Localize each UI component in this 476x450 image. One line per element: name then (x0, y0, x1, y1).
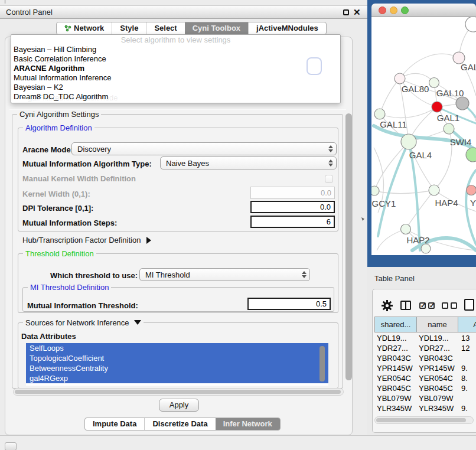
kernel-width-label: Kernel Width (0,1): (22, 190, 90, 198)
table-row[interactable]: YPR145WYPR145W9. (374, 363, 476, 373)
network-window-titlebar[interactable] (371, 4, 476, 17)
network-window[interactable]: GALGAL80GAL10GAL1GAL11SWI4GAL4GCY1HAP4YH… (371, 4, 476, 255)
attributes-list-scrollbar[interactable] (319, 346, 325, 381)
close-window-icon[interactable]: ✕ (353, 6, 361, 18)
attribute-item-selected[interactable]: gal4RGexp (26, 373, 328, 383)
mi-steps-field[interactable] (250, 216, 335, 228)
combobox-stepper-icon (325, 145, 336, 152)
hub-definition-toggle[interactable]: Hub/Transcription Factor Definition (22, 236, 151, 244)
which-threshold-label: Which threshold to use: (50, 271, 138, 280)
deselect-all-checkbox-icon[interactable] (442, 302, 448, 309)
table-row[interactable]: YDL19...YDL19...13 (374, 333, 476, 343)
network-node[interactable] (466, 148, 476, 162)
network-node-gal10[interactable] (429, 78, 439, 88)
network-edge[interactable] (400, 54, 459, 79)
tab-impute-data[interactable]: Impute Data (85, 418, 144, 430)
tab-jactivemnodules-label: jActiveMNodules (256, 22, 318, 34)
mi-algorithm-type-combobox[interactable]: Naive Bayes (160, 156, 337, 169)
algorithm-option[interactable]: Mutual Information Inference (11, 73, 340, 83)
network-edge[interactable] (377, 229, 406, 250)
network-canvas[interactable]: GALGAL80GAL10GAL1GAL11SWI4GAL4GCY1HAP4YH… (371, 17, 476, 255)
cyni-algorithm-settings-legend: Cyni Algorithm Settings (17, 110, 101, 119)
scrollbar-thumb[interactable] (376, 418, 466, 422)
table-row[interactable]: YBR045CYBR045C9. (374, 383, 476, 393)
table-cell: YPR145W (416, 363, 458, 373)
table-cell: YBR043C (374, 353, 416, 363)
settings-vertical-scrollbar[interactable] (345, 113, 352, 380)
float-window-icon[interactable] (343, 9, 349, 15)
tab-discretize-data-label: Discretize Data (152, 418, 207, 430)
column-header[interactable]: A (458, 317, 476, 332)
attribute-item-selected[interactable]: TopologicalCoefficient (26, 353, 328, 363)
network-node-y[interactable] (467, 185, 476, 195)
aracne-mode-combobox[interactable]: Discovery (71, 142, 337, 155)
tab-cyni-toolbox[interactable]: Cyni Toolbox (185, 22, 248, 34)
table-row[interactable]: YLR345WYLR345W9. (374, 403, 476, 413)
table-row[interactable]: YIL052CYIL052C9. (374, 413, 476, 416)
document-icon[interactable] (464, 299, 474, 311)
network-edge[interactable] (406, 190, 434, 229)
settings-horizontal-scrollbar[interactable] (13, 388, 344, 396)
apply-button[interactable]: Apply (159, 399, 199, 412)
table-row[interactable]: YDR27...YDR27...12 (374, 343, 476, 353)
table-cell: 9. (458, 363, 476, 373)
data-attributes-list[interactable]: SelfLoopsTopologicalCoefficientBetweenne… (26, 343, 328, 386)
algorithm-option[interactable]: Basic Correlation Inference (11, 54, 340, 64)
which-threshold-combobox[interactable]: MI Threshold (139, 268, 310, 281)
attribute-item-selected[interactable]: BetweennessCentrality (26, 363, 328, 373)
attribute-item-selected[interactable]: SelfLoops (26, 343, 328, 353)
network-node-hap2[interactable] (401, 224, 411, 234)
network-node-gal1[interactable] (432, 102, 442, 112)
column-header[interactable]: shared... (375, 317, 417, 332)
mi-threshold-field[interactable] (247, 298, 331, 310)
network-node-gal11[interactable] (374, 109, 385, 119)
table-row[interactable]: YBR043CYBR043C (374, 353, 476, 363)
network-edge[interactable] (380, 107, 437, 118)
kernel-width-field[interactable] (250, 187, 335, 199)
close-traffic-light-icon[interactable] (379, 6, 386, 14)
tab-jactivemnodules[interactable]: jActiveMNodules (248, 22, 326, 34)
caret-artifact (5, 0, 5, 4)
table-cell (458, 353, 476, 363)
tab-style[interactable]: Style (112, 22, 146, 34)
tab-infer-network[interactable]: Infer Network (216, 418, 280, 430)
table-row[interactable]: YER054CYER054C8. (374, 373, 476, 383)
network-node-gcy1[interactable] (371, 186, 379, 195)
scrollbar-thumb[interactable] (15, 390, 341, 394)
table-cell: YER054C (374, 373, 416, 383)
algorithm-option[interactable]: Bayesian – K2 (11, 83, 340, 92)
tab-select[interactable]: Select (146, 22, 184, 34)
tab-discretize-data[interactable]: Discretize Data (144, 418, 215, 430)
table-cell (458, 393, 476, 403)
network-node-hap4[interactable] (429, 185, 439, 195)
algorithm-option[interactable]: Bayesian – Hill Climbing (11, 45, 340, 54)
manual-kernel-width-checkbox[interactable] (325, 175, 333, 183)
select-all-checkbox-icon[interactable]: ✓ (419, 302, 426, 309)
select-all-checkbox-icon[interactable]: ✓ (428, 302, 435, 309)
minimize-traffic-light-icon[interactable] (390, 6, 397, 14)
network-edge-highlighted[interactable] (378, 142, 409, 236)
network-node-swi4[interactable] (444, 123, 454, 134)
table-row[interactable]: YBL079WYBL079W (374, 393, 476, 403)
network-edge[interactable] (380, 79, 400, 114)
column-header[interactable]: name (417, 317, 458, 332)
network-node[interactable] (421, 244, 431, 253)
network-node-gal4[interactable] (401, 134, 416, 149)
gear-icon[interactable] (382, 300, 393, 311)
network-graph[interactable]: GALGAL80GAL10GAL1GAL11SWI4GAL4GCY1HAP4YH… (371, 17, 476, 255)
network-node[interactable] (456, 97, 469, 110)
dpi-tolerance-field[interactable] (250, 201, 335, 213)
deselect-all-checkbox-icon[interactable] (451, 302, 457, 309)
algorithm-option[interactable]: Dream8 DC_TDC Algorithm (11, 92, 340, 102)
network-node-gal80[interactable] (395, 73, 405, 84)
zoom-traffic-light-icon[interactable] (401, 6, 409, 14)
algorithm-dropdown[interactable]: Inference Algorithm galFiltered.sif defa… (11, 34, 341, 103)
algorithm-option[interactable]: ARACNE Algorithm (11, 64, 340, 73)
network-node-label: Y (470, 198, 476, 208)
table-horizontal-scrollbar[interactable] (374, 416, 474, 424)
mini-corner-button[interactable] (5, 442, 17, 450)
tab-network[interactable]: Network (57, 22, 112, 34)
sources-legend[interactable]: Sources for Network Inference (23, 318, 144, 327)
columns-icon[interactable] (400, 301, 411, 310)
network-node[interactable] (465, 17, 476, 32)
